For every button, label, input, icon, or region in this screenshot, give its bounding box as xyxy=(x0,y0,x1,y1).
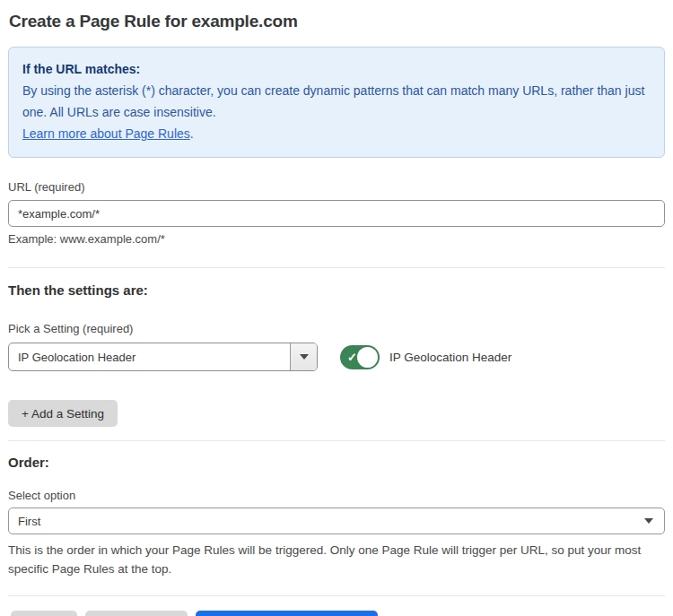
info-box-link-line: Learn more about Page Rules. xyxy=(22,123,651,144)
pick-setting-label: Pick a Setting (required) xyxy=(8,322,665,335)
toggle-knob xyxy=(357,347,378,368)
order-select-value: First xyxy=(18,515,40,528)
url-example-text: Example: www.example.com/* xyxy=(8,232,665,246)
add-setting-button[interactable]: + Add a Setting xyxy=(8,400,118,427)
url-label: URL (required) xyxy=(8,180,665,194)
setting-select[interactable]: IP Geolocation Header xyxy=(8,343,318,371)
link-suffix: . xyxy=(190,126,194,141)
order-heading: Order: xyxy=(8,455,665,470)
page-rule-form: Create a Page Rule for example.com If th… xyxy=(0,0,673,616)
cancel-button[interactable]: Cancel xyxy=(11,611,77,616)
page-title: Create a Page Rule for example.com xyxy=(9,12,665,31)
setting-select-value: IP Geolocation Header xyxy=(9,343,290,370)
url-input[interactable] xyxy=(8,200,665,227)
chevron-down-icon xyxy=(644,518,653,524)
footer-actions: Cancel Save as Draft Save and Deploy Pag… xyxy=(8,611,665,616)
order-select[interactable]: First xyxy=(8,508,665,534)
learn-more-link[interactable]: Learn more about Page Rules xyxy=(22,126,190,141)
setting-row: IP Geolocation Header ✓ IP Geolocation H… xyxy=(8,343,665,371)
select-option-label: Select option xyxy=(8,489,665,502)
check-icon: ✓ xyxy=(347,351,357,363)
footer-divider xyxy=(8,595,665,596)
section-divider xyxy=(8,440,665,441)
url-match-info-box: If the URL matches: By using the asteris… xyxy=(8,47,665,158)
section-divider xyxy=(8,267,665,268)
info-box-heading: If the URL matches: xyxy=(22,58,651,80)
setting-toggle[interactable]: ✓ xyxy=(340,345,380,369)
save-deploy-button[interactable]: Save and Deploy Page Rule xyxy=(196,611,379,616)
info-box-body: By using the asterisk (*) character, you… xyxy=(22,80,651,123)
chevron-down-icon xyxy=(300,354,309,360)
setting-select-arrow-button[interactable] xyxy=(290,343,317,370)
setting-toggle-label: IP Geolocation Header xyxy=(389,351,511,364)
order-help-text: This is the order in which your Page Rul… xyxy=(8,541,665,578)
settings-heading: Then the settings are: xyxy=(8,282,665,298)
save-draft-button[interactable]: Save as Draft xyxy=(85,611,188,616)
